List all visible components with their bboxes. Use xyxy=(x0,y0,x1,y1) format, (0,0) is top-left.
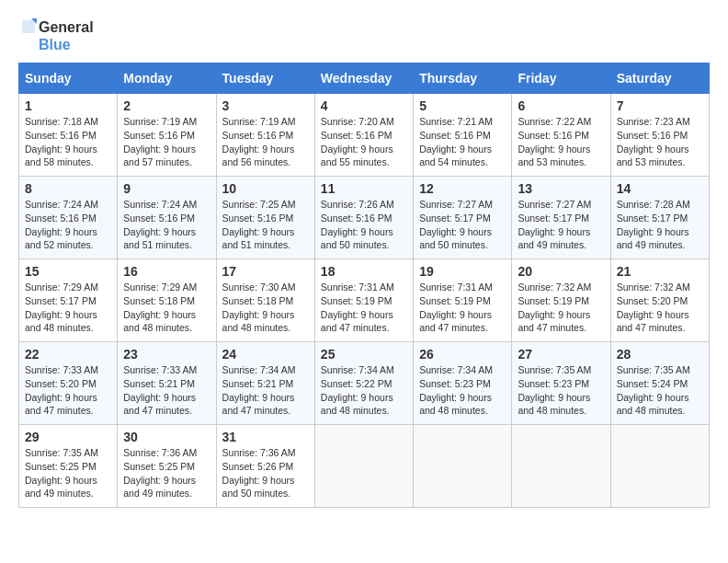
calendar-week-5: 29 Sunrise: 7:35 AM Sunset: 5:25 PM Dayl… xyxy=(19,425,710,508)
day-info: Sunrise: 7:31 AM Sunset: 5:19 PM Dayligh… xyxy=(419,281,506,335)
day-info: Sunrise: 7:23 AM Sunset: 5:16 PM Dayligh… xyxy=(617,115,703,169)
day-info: Sunrise: 7:33 AM Sunset: 5:20 PM Dayligh… xyxy=(25,363,111,418)
day-number: 2 xyxy=(123,98,210,113)
calendar-cell: 23 Sunrise: 7:33 AM Sunset: 5:21 PM Dayl… xyxy=(118,342,216,425)
day-info: Sunrise: 7:34 AM Sunset: 5:23 PM Dayligh… xyxy=(419,363,506,418)
day-info: Sunrise: 7:35 AM Sunset: 5:24 PM Dayligh… xyxy=(617,363,703,418)
calendar-table: SundayMondayTuesdayWednesdayThursdayFrid… xyxy=(18,63,710,508)
calendar-cell: 1 Sunrise: 7:18 AM Sunset: 5:16 PM Dayli… xyxy=(19,94,118,177)
day-info: Sunrise: 7:34 AM Sunset: 5:22 PM Dayligh… xyxy=(321,363,407,418)
day-info: Sunrise: 7:26 AM Sunset: 5:16 PM Dayligh… xyxy=(321,198,407,252)
day-number: 1 xyxy=(25,98,111,113)
calendar-cell: 11 Sunrise: 7:26 AM Sunset: 5:16 PM Dayl… xyxy=(314,177,413,259)
logo-general: General xyxy=(39,18,94,36)
day-number: 5 xyxy=(419,98,506,113)
day-info: Sunrise: 7:18 AM Sunset: 5:16 PM Dayligh… xyxy=(25,115,111,169)
calendar-cell: 24 Sunrise: 7:34 AM Sunset: 5:21 PM Dayl… xyxy=(216,342,314,425)
calendar-cell: 27 Sunrise: 7:35 AM Sunset: 5:23 PM Dayl… xyxy=(512,342,610,425)
day-number: 12 xyxy=(419,181,506,196)
calendar-cell: 9 Sunrise: 7:24 AM Sunset: 5:16 PM Dayli… xyxy=(118,177,216,259)
logo: General Blue xyxy=(18,18,94,53)
calendar-cell: 17 Sunrise: 7:30 AM Sunset: 5:18 PM Dayl… xyxy=(216,259,314,342)
day-number: 11 xyxy=(321,181,407,196)
day-number: 6 xyxy=(518,98,604,113)
day-info: Sunrise: 7:27 AM Sunset: 5:17 PM Dayligh… xyxy=(419,198,506,252)
col-header-thursday: Thursday xyxy=(414,63,512,94)
day-number: 20 xyxy=(518,264,604,279)
calendar-cell: 10 Sunrise: 7:25 AM Sunset: 5:16 PM Dayl… xyxy=(216,177,314,259)
calendar-week-1: 1 Sunrise: 7:18 AM Sunset: 5:16 PM Dayli… xyxy=(19,94,710,177)
calendar-cell: 12 Sunrise: 7:27 AM Sunset: 5:17 PM Dayl… xyxy=(414,177,512,259)
col-header-saturday: Saturday xyxy=(610,63,709,94)
calendar-cell: 30 Sunrise: 7:36 AM Sunset: 5:25 PM Dayl… xyxy=(118,425,216,508)
day-number: 28 xyxy=(617,347,703,362)
day-info: Sunrise: 7:20 AM Sunset: 5:16 PM Dayligh… xyxy=(321,115,407,169)
day-info: Sunrise: 7:34 AM Sunset: 5:21 PM Dayligh… xyxy=(222,363,309,418)
day-number: 25 xyxy=(321,347,407,362)
col-header-monday: Monday xyxy=(118,63,216,94)
day-number: 10 xyxy=(222,181,309,196)
day-number: 31 xyxy=(222,430,309,444)
day-number: 22 xyxy=(25,347,111,362)
calendar-cell: 22 Sunrise: 7:33 AM Sunset: 5:20 PM Dayl… xyxy=(19,342,118,425)
calendar-cell: 26 Sunrise: 7:34 AM Sunset: 5:23 PM Dayl… xyxy=(414,342,512,425)
calendar-cell: 18 Sunrise: 7:31 AM Sunset: 5:19 PM Dayl… xyxy=(314,259,413,342)
day-number: 9 xyxy=(123,181,210,196)
calendar-cell xyxy=(610,425,709,508)
calendar-cell: 21 Sunrise: 7:32 AM Sunset: 5:20 PM Dayl… xyxy=(610,259,709,342)
calendar-cell: 3 Sunrise: 7:19 AM Sunset: 5:16 PM Dayli… xyxy=(216,94,314,177)
day-number: 21 xyxy=(617,264,703,279)
day-info: Sunrise: 7:22 AM Sunset: 5:16 PM Dayligh… xyxy=(518,115,604,169)
calendar-cell: 20 Sunrise: 7:32 AM Sunset: 5:19 PM Dayl… xyxy=(512,259,610,342)
calendar-cell: 7 Sunrise: 7:23 AM Sunset: 5:16 PM Dayli… xyxy=(610,94,709,177)
day-info: Sunrise: 7:19 AM Sunset: 5:16 PM Dayligh… xyxy=(222,115,309,169)
day-info: Sunrise: 7:19 AM Sunset: 5:16 PM Dayligh… xyxy=(123,115,210,169)
col-header-wednesday: Wednesday xyxy=(314,63,413,94)
day-info: Sunrise: 7:36 AM Sunset: 5:25 PM Dayligh… xyxy=(123,446,210,500)
calendar-cell xyxy=(314,425,413,508)
day-info: Sunrise: 7:28 AM Sunset: 5:17 PM Dayligh… xyxy=(617,198,703,252)
svg-marker-0 xyxy=(22,20,35,33)
day-info: Sunrise: 7:33 AM Sunset: 5:21 PM Dayligh… xyxy=(123,363,210,418)
calendar-week-4: 22 Sunrise: 7:33 AM Sunset: 5:20 PM Dayl… xyxy=(19,342,710,425)
day-info: Sunrise: 7:24 AM Sunset: 5:16 PM Dayligh… xyxy=(25,198,111,252)
day-info: Sunrise: 7:24 AM Sunset: 5:16 PM Dayligh… xyxy=(123,198,210,252)
day-info: Sunrise: 7:29 AM Sunset: 5:17 PM Dayligh… xyxy=(25,281,111,335)
calendar-cell: 14 Sunrise: 7:28 AM Sunset: 5:17 PM Dayl… xyxy=(610,177,709,259)
day-info: Sunrise: 7:32 AM Sunset: 5:19 PM Dayligh… xyxy=(518,281,604,335)
day-info: Sunrise: 7:35 AM Sunset: 5:23 PM Dayligh… xyxy=(518,363,604,418)
calendar-week-2: 8 Sunrise: 7:24 AM Sunset: 5:16 PM Dayli… xyxy=(19,177,710,259)
calendar-cell: 29 Sunrise: 7:35 AM Sunset: 5:25 PM Dayl… xyxy=(19,425,118,508)
day-info: Sunrise: 7:27 AM Sunset: 5:17 PM Dayligh… xyxy=(518,198,604,252)
logo-svg xyxy=(18,18,37,53)
day-number: 15 xyxy=(25,264,111,279)
day-number: 29 xyxy=(25,430,111,444)
day-info: Sunrise: 7:31 AM Sunset: 5:19 PM Dayligh… xyxy=(321,281,407,335)
col-header-tuesday: Tuesday xyxy=(216,63,314,94)
day-number: 7 xyxy=(617,98,703,113)
logo-blue: Blue xyxy=(39,36,94,53)
calendar-cell: 25 Sunrise: 7:34 AM Sunset: 5:22 PM Dayl… xyxy=(314,342,413,425)
day-info: Sunrise: 7:25 AM Sunset: 5:16 PM Dayligh… xyxy=(222,198,309,252)
calendar-cell: 15 Sunrise: 7:29 AM Sunset: 5:17 PM Dayl… xyxy=(19,259,118,342)
day-number: 26 xyxy=(419,347,506,362)
day-info: Sunrise: 7:21 AM Sunset: 5:16 PM Dayligh… xyxy=(419,115,506,169)
day-number: 30 xyxy=(123,430,210,444)
calendar-cell: 4 Sunrise: 7:20 AM Sunset: 5:16 PM Dayli… xyxy=(314,94,413,177)
calendar-cell: 16 Sunrise: 7:29 AM Sunset: 5:18 PM Dayl… xyxy=(118,259,216,342)
calendar-cell: 2 Sunrise: 7:19 AM Sunset: 5:16 PM Dayli… xyxy=(118,94,216,177)
day-number: 13 xyxy=(518,181,604,196)
col-header-sunday: Sunday xyxy=(19,63,118,94)
calendar-cell: 5 Sunrise: 7:21 AM Sunset: 5:16 PM Dayli… xyxy=(414,94,512,177)
calendar-cell xyxy=(414,425,512,508)
calendar-cell: 8 Sunrise: 7:24 AM Sunset: 5:16 PM Dayli… xyxy=(19,177,118,259)
day-number: 4 xyxy=(321,98,407,113)
calendar-cell: 13 Sunrise: 7:27 AM Sunset: 5:17 PM Dayl… xyxy=(512,177,610,259)
day-info: Sunrise: 7:35 AM Sunset: 5:25 PM Dayligh… xyxy=(25,446,111,500)
day-info: Sunrise: 7:32 AM Sunset: 5:20 PM Dayligh… xyxy=(617,281,703,335)
day-number: 23 xyxy=(123,347,210,362)
day-number: 24 xyxy=(222,347,309,362)
calendar-cell: 19 Sunrise: 7:31 AM Sunset: 5:19 PM Dayl… xyxy=(414,259,512,342)
col-header-friday: Friday xyxy=(512,63,610,94)
day-number: 3 xyxy=(222,98,309,113)
